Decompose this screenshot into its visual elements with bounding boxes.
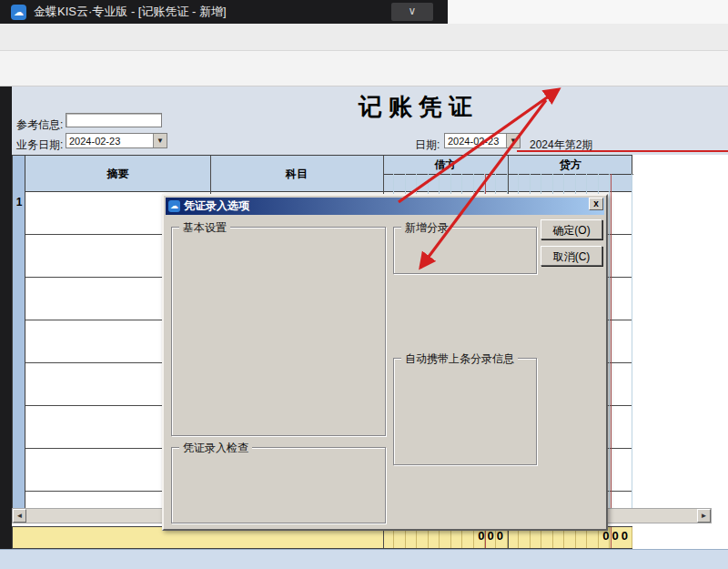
status-bar bbox=[0, 549, 728, 569]
scroll-right-icon[interactable]: ► bbox=[697, 509, 711, 523]
ok-button[interactable]: 确定(O) bbox=[541, 219, 602, 239]
group-entry-check: 凭证录入检查 bbox=[171, 447, 386, 523]
group-new-entry: 新增分录 bbox=[393, 227, 537, 274]
window-title: 金蝶KIS云·专业版 - [记账凭证 - 新增] bbox=[34, 4, 227, 20]
dialog-close-icon[interactable]: x bbox=[589, 198, 603, 210]
dialog-titlebar[interactable]: ☁ 凭证录入选项 bbox=[166, 198, 604, 215]
row-number: 1 bbox=[13, 196, 25, 208]
left-gutter bbox=[0, 24, 12, 549]
chevron-down-icon[interactable]: ▼ bbox=[506, 134, 520, 147]
document-tab-bar bbox=[0, 24, 728, 51]
app-logo-cloud-icon: ☁ bbox=[11, 5, 26, 20]
total-credit-value: 000 bbox=[590, 529, 631, 543]
column-header-credit: 贷方 bbox=[508, 156, 633, 174]
voucher-date-select[interactable]: 2024-02-23 ▼ bbox=[444, 133, 521, 148]
business-date-select[interactable]: 2024-02-23 ▼ bbox=[66, 133, 167, 148]
scroll-left-icon[interactable]: ◄ bbox=[13, 509, 26, 523]
dialog-title: 凭证录入选项 bbox=[184, 198, 249, 214]
menu-bar bbox=[448, 0, 728, 24]
credit-yuan-separator bbox=[611, 174, 612, 509]
column-header-summary: 摘要 bbox=[25, 156, 210, 192]
voucher-title: 记账凭证 bbox=[309, 91, 528, 123]
application-window: ☁ 金蝶KIS云·专业版 - [记账凭证 - 新增] ∨ 记账凭证 参考信息: … bbox=[0, 0, 728, 569]
reference-info-input[interactable] bbox=[66, 113, 162, 127]
column-header-account: 科目 bbox=[210, 156, 383, 192]
chevron-down-icon[interactable]: ▼ bbox=[153, 134, 167, 147]
titlebar-dropdown-button[interactable]: ∨ bbox=[391, 3, 433, 21]
group-carry-previous-entry: 自动携带上条分录信息 bbox=[393, 358, 537, 465]
window-titlebar: ☁ 金蝶KIS云·专业版 - [记账凭证 - 新增] ∨ bbox=[0, 0, 448, 24]
reference-info-label: 参考信息: bbox=[16, 117, 63, 133]
voucher-date-label: 日期: bbox=[415, 137, 440, 153]
business-date-label: 业务日期: bbox=[16, 137, 63, 153]
cancel-button[interactable]: 取消(C) bbox=[541, 246, 602, 266]
annotation-red-underline bbox=[517, 150, 728, 152]
group-basic-settings: 基本设置 bbox=[171, 227, 386, 436]
column-header-debit: 借方 bbox=[383, 156, 508, 174]
dialog-cloud-icon: ☁ bbox=[168, 200, 180, 212]
voucher-entry-options-dialog: ☁ 凭证录入选项 x 基本设置 凭证录入检查 新增分录 自动携带上条分录信息 确… bbox=[162, 194, 608, 531]
total-debit-value: 000 bbox=[465, 529, 506, 543]
main-toolbar bbox=[0, 51, 728, 86]
row-header-column: 1 bbox=[13, 156, 25, 509]
